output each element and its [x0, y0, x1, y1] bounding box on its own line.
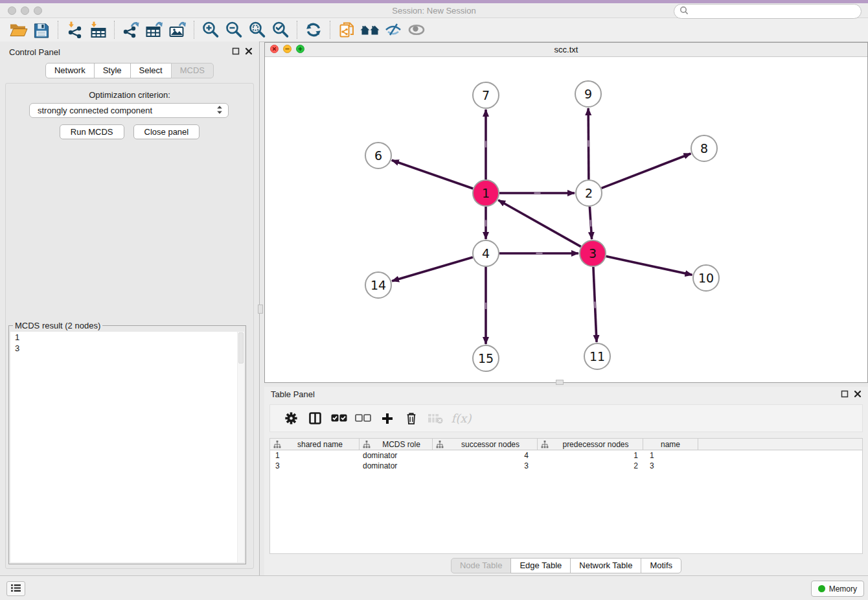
add-icon[interactable] — [375, 408, 399, 430]
hide-eye-icon[interactable] — [382, 20, 405, 40]
table-cell[interactable]: 1 — [538, 451, 643, 460]
horizontal-splitter-grip[interactable] — [556, 380, 564, 385]
toolbar-separator — [58, 21, 58, 39]
save-icon[interactable] — [30, 20, 53, 40]
table-cell[interactable]: 3 — [270, 461, 360, 470]
table-tab-network-table[interactable]: Network Table — [570, 558, 641, 573]
float-panel-icon[interactable] — [232, 47, 240, 55]
open-icon[interactable] — [6, 20, 30, 40]
edge-4-14[interactable] — [392, 257, 473, 281]
zoom-selected-icon[interactable] — [269, 20, 292, 40]
zoom-in-icon[interactable] — [199, 20, 222, 40]
column-header-predecessor-nodes[interactable]: predecessor nodes — [538, 439, 643, 450]
memory-button[interactable]: Memory — [811, 581, 864, 597]
network-window-title: scc.txt — [265, 45, 867, 54]
import-table-icon[interactable] — [86, 20, 109, 40]
network-view-window: scc.txt 7968124314101511 — [264, 42, 868, 383]
edge-label — [536, 253, 543, 255]
edge-label — [485, 141, 487, 148]
table-cell[interactable]: 3 — [643, 461, 698, 470]
refresh-icon[interactable] — [302, 20, 325, 40]
mcds-result-box[interactable]: 13 — [10, 332, 244, 562]
node-label-15: 15 — [478, 351, 494, 365]
control-panel-tabs: NetworkStyleSelectMCDS — [0, 63, 259, 78]
delete-icon[interactable] — [399, 408, 423, 430]
task-list-button[interactable] — [6, 581, 25, 596]
run-mcds-button[interactable]: Run MCDS — [60, 124, 124, 139]
result-scrollbar[interactable] — [237, 332, 244, 562]
columns-icon[interactable] — [303, 408, 327, 430]
edge-3-10[interactable] — [606, 256, 692, 275]
criterion-dropdown[interactable]: strongly connected component — [29, 103, 229, 118]
tab-network[interactable]: Network — [45, 63, 95, 78]
node-label-9: 9 — [584, 87, 592, 101]
node-label-11: 11 — [589, 349, 605, 363]
table-tab-edge-table[interactable]: Edge Table — [510, 558, 571, 573]
column-header-successor-nodes[interactable]: successor nodes — [433, 439, 538, 450]
export-table-icon[interactable] — [143, 20, 166, 40]
table-panel-title: Table Panel — [271, 389, 315, 399]
export-image-icon[interactable] — [166, 20, 189, 40]
table-body: 1dominator4113dominator323 — [270, 450, 862, 471]
clone-network-icon[interactable] — [335, 20, 358, 40]
deselect-all-icon[interactable] — [351, 408, 375, 430]
network-canvas[interactable]: 7968124314101511 — [265, 58, 867, 382]
mcds-panel: Optimization criterion: strongly connect… — [5, 83, 254, 569]
memory-label: Memory — [829, 584, 857, 594]
edge-3-1[interactable] — [498, 200, 581, 247]
edge-2-8[interactable] — [602, 154, 691, 188]
column-header-mcds-role[interactable]: MCDS role — [360, 439, 433, 450]
toolbar-separator — [330, 21, 330, 39]
edge-1-6[interactable] — [392, 160, 473, 189]
vertical-splitter-grip[interactable] — [258, 305, 263, 314]
search-field[interactable] — [674, 4, 862, 19]
fx-icon: f(x) — [447, 408, 475, 430]
settings-icon[interactable] — [279, 408, 303, 430]
column-header-shared-name[interactable]: shared name — [270, 439, 360, 450]
edge-label — [534, 192, 541, 194]
close-table-panel-icon[interactable] — [854, 390, 862, 398]
home-views-icon[interactable] — [358, 20, 382, 40]
control-panel: Control Panel NetworkStyleSelectMCDS Opt… — [0, 41, 260, 575]
table-tabs: Node TableEdge TableNetwork TableMotifs — [264, 558, 868, 573]
table-cell[interactable]: 1 — [643, 451, 698, 460]
table-tab-motifs[interactable]: Motifs — [641, 558, 681, 573]
status-bar: Memory — [0, 575, 868, 600]
table-cell[interactable]: dominator — [360, 451, 433, 460]
tab-select[interactable]: Select — [130, 63, 172, 78]
table-cell[interactable]: 4 — [433, 451, 538, 460]
list-icon — [10, 584, 21, 594]
result-line: 3 — [10, 343, 244, 354]
float-table-panel-icon[interactable] — [841, 390, 849, 398]
select-all-icon[interactable] — [327, 408, 351, 430]
tab-mcds[interactable]: MCDS — [171, 63, 214, 78]
table-cell[interactable]: 2 — [538, 461, 643, 470]
criterion-value: strongly connected component — [38, 106, 216, 115]
column-header-name[interactable]: name — [643, 439, 698, 450]
tab-style[interactable]: Style — [94, 63, 131, 78]
toolbar-separator — [114, 21, 115, 39]
import-network-icon[interactable] — [63, 20, 86, 40]
table-row[interactable]: 1dominator411 — [270, 450, 862, 461]
network-window-titlebar[interactable]: scc.txt — [265, 43, 867, 57]
edge-label — [485, 220, 487, 227]
table-tab-node-table[interactable]: Node Table — [451, 558, 512, 573]
table-row[interactable]: 3dominator323 — [270, 461, 862, 471]
table-cell[interactable]: 1 — [270, 451, 360, 460]
node-label-6: 6 — [374, 148, 382, 163]
search-input[interactable] — [692, 7, 861, 16]
table-cell[interactable]: 3 — [433, 461, 538, 470]
close-panel-button[interactable]: Close panel — [133, 124, 200, 139]
app-window: Session: New Session Control Panel Netwo… — [0, 0, 868, 600]
show-eye-icon[interactable] — [405, 20, 428, 40]
control-panel-title: Control Panel — [9, 47, 60, 57]
table-cell[interactable]: dominator — [360, 461, 433, 470]
zoom-fit-icon[interactable] — [246, 20, 269, 40]
main-toolbar — [0, 18, 868, 42]
memory-status-icon — [818, 585, 825, 592]
export-network-icon[interactable] — [119, 20, 143, 40]
mcds-result-lines: 13 — [10, 332, 244, 354]
close-panel-icon[interactable] — [245, 47, 253, 55]
zoom-out-icon[interactable] — [222, 20, 246, 40]
node-label-8: 8 — [700, 141, 708, 156]
